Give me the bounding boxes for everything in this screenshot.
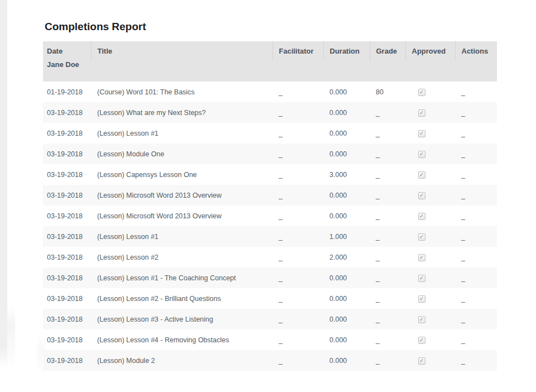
cell-duration: 0.000 — [323, 102, 370, 123]
cell-actions: _ — [455, 247, 497, 267]
cell-date: 03-19-2018 — [43, 226, 91, 247]
cell-title: (Lesson) Module 2 — [91, 350, 272, 371]
approved-checkbox[interactable] — [418, 130, 425, 137]
column-header-date[interactable]: Date — [43, 41, 91, 60]
cell-facilitator: _ — [272, 247, 323, 267]
table-body: 01-19-2018(Course) Word 101: The Basics_… — [43, 82, 497, 371]
approved-checkbox[interactable] — [418, 295, 425, 303]
cell-duration: 0.000 — [323, 288, 370, 309]
approved-checkbox[interactable] — [418, 337, 425, 344]
approved-checkbox[interactable] — [418, 316, 425, 323]
cell-date: 03-19-2018 — [43, 144, 91, 164]
cell-actions: _ — [455, 288, 497, 309]
table-row: 03-19-2018(Lesson) Lesson #3 - Active Li… — [43, 309, 497, 329]
cell-grade: _ — [370, 350, 405, 371]
cell-facilitator: _ — [272, 226, 323, 247]
cell-actions: _ — [455, 329, 497, 350]
cell-facilitator: _ — [272, 350, 323, 371]
cell-facilitator: _ — [272, 82, 323, 102]
cell-facilitator: _ — [272, 164, 323, 185]
cell-approved — [405, 226, 455, 247]
table-row: 03-19-2018(Lesson) Lesson #4 - Removing … — [43, 329, 497, 350]
column-header-duration[interactable]: Duration — [323, 41, 370, 60]
cell-approved — [405, 350, 455, 371]
header-row: Date Title Facilitator Duration Grade Ap… — [43, 41, 497, 60]
cell-title: (Lesson) Microsoft Word 2013 Overview — [91, 185, 272, 205]
table-row: 03-19-2018(Lesson) Module One_0.000__ — [43, 144, 497, 164]
approved-checkbox[interactable] — [418, 109, 425, 117]
table-row: 03-19-2018(Lesson) Lesson #2 - Brilliant… — [43, 288, 497, 309]
cell-grade: _ — [370, 247, 405, 267]
cell-title: (Lesson) Capensys Lesson One — [91, 164, 272, 185]
cell-facilitator: _ — [272, 123, 323, 144]
table-row: 03-19-2018(Lesson) What are my Next Step… — [43, 102, 497, 123]
cell-approved — [405, 247, 455, 267]
cell-actions: _ — [455, 226, 497, 247]
cell-title: (Course) Word 101: The Basics — [91, 82, 272, 102]
cell-facilitator: _ — [272, 288, 323, 309]
column-header-actions[interactable]: Actions — [455, 41, 497, 60]
table-row: 03-19-2018(Lesson) Lesson #1_0.000__ — [43, 123, 497, 144]
table-row: 03-19-2018(Lesson) Lesson #2_2.000__ — [43, 247, 497, 267]
cell-duration: 3.000 — [323, 164, 370, 185]
cell-approved — [405, 309, 455, 329]
cell-approved — [405, 82, 455, 102]
cell-grade: _ — [370, 309, 405, 329]
cell-actions: _ — [455, 205, 497, 226]
cell-grade: _ — [370, 185, 405, 205]
cell-duration: 1.000 — [323, 226, 370, 247]
table-row: 03-19-2018(Lesson) Microsoft Word 2013 O… — [43, 205, 497, 226]
cell-duration: 0.000 — [323, 329, 370, 350]
cell-duration: 0.000 — [323, 185, 370, 205]
cell-date: 03-19-2018 — [43, 329, 91, 350]
cell-actions: _ — [455, 267, 497, 288]
approved-checkbox[interactable] — [418, 89, 425, 96]
table-row: 03-19-2018(Lesson) Capensys Lesson One_3… — [43, 164, 497, 185]
group-row: Jane Doe — [43, 60, 497, 82]
cell-grade: _ — [370, 205, 405, 226]
cell-actions: _ — [455, 144, 497, 164]
cell-facilitator: _ — [272, 205, 323, 226]
cell-duration: 0.000 — [323, 267, 370, 288]
table-row: 03-19-2018(Lesson) Lesson #1 - The Coach… — [43, 267, 497, 288]
cell-duration: 0.000 — [323, 309, 370, 329]
cell-title: (Lesson) Lesson #4 - Removing Obstacles — [91, 329, 272, 350]
cell-actions: _ — [455, 82, 497, 102]
table-row: 01-19-2018(Course) Word 101: The Basics_… — [43, 82, 497, 102]
approved-checkbox[interactable] — [418, 213, 425, 220]
column-header-grade[interactable]: Grade — [370, 41, 405, 60]
cell-duration: 2.000 — [323, 247, 370, 267]
cell-date: 03-19-2018 — [43, 164, 91, 185]
approved-checkbox[interactable] — [418, 171, 425, 179]
report-page: Completions Report Date Title Facilitato… — [43, 0, 497, 371]
column-header-approved[interactable]: Approved — [405, 41, 455, 60]
cell-approved — [405, 144, 455, 164]
approved-checkbox[interactable] — [418, 357, 425, 365]
completions-table: Date Title Facilitator Duration Grade Ap… — [43, 41, 497, 371]
approved-checkbox[interactable] — [418, 192, 425, 199]
cell-date: 03-19-2018 — [43, 267, 91, 288]
approved-checkbox[interactable] — [418, 233, 425, 241]
cell-title: (Lesson) Lesson #1 - The Coaching Concep… — [91, 267, 272, 288]
cell-duration: 0.000 — [323, 205, 370, 226]
cell-duration: 0.000 — [323, 350, 370, 371]
column-header-facilitator[interactable]: Facilitator — [272, 41, 323, 60]
cell-date: 03-19-2018 — [43, 205, 91, 226]
approved-checkbox[interactable] — [418, 275, 425, 282]
cell-actions: _ — [455, 164, 497, 185]
cell-title: (Lesson) Microsoft Word 2013 Overview — [91, 205, 272, 226]
column-header-title[interactable]: Title — [91, 41, 272, 60]
cell-date: 03-19-2018 — [43, 185, 91, 205]
approved-checkbox[interactable] — [418, 254, 425, 261]
cell-actions: _ — [455, 185, 497, 205]
cell-grade: _ — [370, 123, 405, 144]
cell-actions: _ — [455, 350, 497, 371]
cell-approved — [405, 185, 455, 205]
window-edge-shadow — [7, 306, 15, 369]
table-row: 03-19-2018(Lesson) Module 2_0.000__ — [43, 350, 497, 371]
cell-grade: _ — [370, 102, 405, 123]
approved-checkbox[interactable] — [418, 151, 425, 158]
cell-date: 03-19-2018 — [43, 247, 91, 267]
cell-date: 03-19-2018 — [43, 288, 91, 309]
cell-facilitator: _ — [272, 267, 323, 288]
